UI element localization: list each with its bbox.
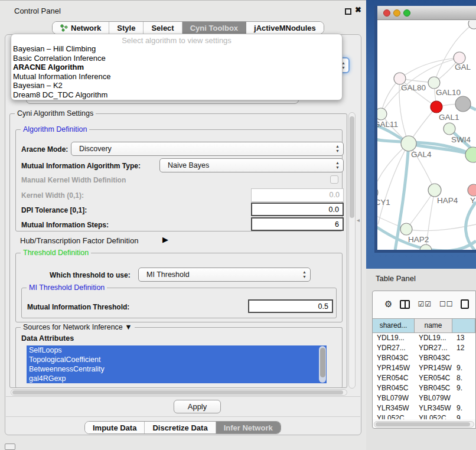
tab-infer-network[interactable]: Infer Network	[216, 422, 281, 433]
network-node[interactable]	[401, 136, 416, 151]
collapse-arrow-icon[interactable]: ▼	[125, 323, 132, 331]
network-node-label: GAL10	[436, 88, 461, 97]
kernel-width-field[interactable]: 0.0	[251, 188, 344, 202]
tab-label: Impute Data	[93, 423, 136, 432]
list-item-selected[interactable]: TopologicalCoefficient	[27, 355, 327, 364]
mi-threshold-field[interactable]: 0.5	[248, 299, 333, 313]
minimize-traffic-light[interactable]	[393, 9, 400, 17]
network-node[interactable]	[428, 184, 441, 197]
column-header-shared[interactable]: shared...	[373, 318, 415, 333]
table-row[interactable]: YPR145WYPR145W9.	[373, 363, 475, 373]
network-node[interactable]	[455, 96, 471, 112]
network-node[interactable]	[431, 101, 442, 113]
split-view-icon[interactable]	[400, 300, 410, 309]
tab-select[interactable]: Select	[144, 22, 182, 34]
unchecked-boxes-icon[interactable]: ☐☐	[439, 300, 454, 308]
settings-scrollbar[interactable]	[348, 112, 356, 389]
dropdown-item[interactable]: Bayesian – K2	[11, 81, 342, 90]
network-edge[interactable]	[406, 190, 435, 229]
network-node[interactable]	[468, 21, 476, 29]
document-icon[interactable]	[461, 299, 469, 309]
network-node[interactable]	[468, 184, 476, 196]
table-cell: YBR045C	[415, 383, 452, 393]
column-header-partial[interactable]	[452, 318, 475, 333]
network-node[interactable]	[394, 73, 406, 84]
table-cell: YDL19...	[373, 333, 415, 343]
table-cell: 13	[452, 333, 475, 343]
list-item-selected[interactable]: BetweennessCentrality	[27, 364, 327, 374]
network-node[interactable]	[400, 223, 412, 235]
tab-impute-data[interactable]: Impute Data	[85, 422, 145, 433]
network-node-label: GAL11	[377, 120, 398, 129]
collapsed-panel-icon[interactable]	[5, 444, 15, 450]
checked-boxes-icon[interactable]: ☑☑	[418, 300, 432, 308]
attribute-list-scrollbar[interactable]	[319, 346, 326, 383]
scrollbar-thumb[interactable]	[12, 390, 343, 394]
table-row[interactable]: YDR27...YDR27...12	[373, 343, 475, 353]
network-node-label: SWI4	[451, 135, 471, 144]
table-cell: 8.	[452, 373, 475, 383]
dropdown-item[interactable]: Mutual Information Inference	[11, 72, 342, 81]
aracne-mode-combo[interactable]: Discovery ▲▼	[71, 142, 344, 156]
network-canvas[interactable]: GALGAL80GAL10GAL1GAL11SWI4GAL4GCY1HAP4YH…	[377, 21, 476, 250]
table-row[interactable]: YIL052CYIL052C9.	[373, 413, 475, 419]
group-title: MI Threshold Definition	[27, 283, 107, 292]
dropdown-item-highlighted[interactable]: ARACNE Algorithm	[11, 63, 342, 72]
network-svg: GALGAL80GAL10GAL1GAL11SWI4GAL4GCY1HAP4YH…	[377, 21, 476, 250]
table-row[interactable]: YDL19...YDL19...13	[373, 333, 475, 343]
gear-icon[interactable]: ⚙	[384, 299, 392, 309]
dpi-tolerance-field[interactable]: 0.0	[251, 203, 344, 216]
control-panel-titlebar: Control Panel ✖	[0, 0, 366, 19]
settings-hscrollbar[interactable]	[11, 389, 347, 396]
dropdown-item[interactable]: Bayesian – Hill Climbing	[11, 44, 342, 54]
tab-discretize-data[interactable]: Discretize Data	[145, 422, 216, 433]
table-row[interactable]: YBL079WYBL079W	[373, 393, 475, 403]
mi-steps-field[interactable]: 6	[251, 217, 344, 231]
close-traffic-light[interactable]	[383, 9, 390, 17]
tab-style[interactable]: Style	[109, 22, 144, 34]
network-node[interactable]	[454, 52, 465, 64]
network-window-titlebar[interactable]	[377, 6, 476, 20]
column-header-name[interactable]: name	[415, 318, 452, 333]
tab-label: Discretize Data	[152, 423, 207, 432]
group-title: Algorithm Definition	[21, 125, 89, 133]
table-row[interactable]: YLR345WYLR345W9.	[373, 403, 475, 413]
hub-section-label: Hub/Transcription Factor Definition	[20, 236, 138, 245]
mi-type-combo[interactable]: Naive Bayes ▲▼	[159, 158, 344, 172]
table-cell: YLR345W	[373, 403, 415, 413]
dropdown-item[interactable]: Dream8 DC_TDC Algorithm	[11, 90, 342, 100]
dropdown-item[interactable]: Basic Correlation Inference	[11, 54, 342, 63]
manual-kernel-checkbox[interactable]	[330, 175, 338, 184]
network-edge[interactable]	[434, 24, 474, 83]
table-row[interactable]: YER054CYER054C8.	[373, 373, 475, 383]
table-hscrollbar[interactable]	[374, 421, 474, 428]
network-node[interactable]	[428, 77, 440, 89]
tab-cyni-toolbox[interactable]: Cyni Toolbox	[182, 22, 246, 34]
table-cell: 9.	[452, 363, 475, 373]
list-item-selected[interactable]: gal4RGexp	[27, 374, 327, 383]
table-cell: YER054C	[415, 373, 452, 383]
scrollbar-thumb[interactable]	[320, 348, 325, 377]
tab-network[interactable]: Network	[53, 22, 109, 34]
mi-steps-label: Mutual Information Steps:	[21, 221, 109, 229]
network-node[interactable]	[465, 147, 476, 162]
apply-button[interactable]: Apply	[174, 400, 221, 413]
scrollbar-thumb[interactable]	[376, 422, 470, 426]
network-node[interactable]	[420, 244, 432, 250]
table-cell: YIL052C	[373, 413, 415, 419]
scrollbar-thumb[interactable]	[350, 116, 354, 218]
expand-arrow-icon[interactable]: ▶	[162, 235, 168, 244]
float-window-icon[interactable]	[345, 8, 351, 15]
list-item-selected[interactable]: SelfLoops	[27, 345, 327, 355]
close-icon[interactable]: ✖	[355, 5, 361, 14]
table-row[interactable]: YBR045CYBR045C9.	[373, 383, 475, 393]
table-cell: YBL079W	[373, 393, 415, 403]
network-node[interactable]	[377, 187, 378, 198]
which-threshold-combo[interactable]: MI Threshold ▲▼	[138, 268, 311, 282]
zoom-traffic-light[interactable]	[403, 9, 410, 17]
network-node[interactable]	[377, 108, 387, 120]
tab-jactivemnodules[interactable]: jActiveMNodules	[246, 22, 324, 34]
network-node[interactable]	[444, 123, 455, 135]
table-row[interactable]: YBR043CYBR043C	[373, 353, 475, 363]
splitter-handle[interactable]: ◂	[357, 217, 360, 223]
